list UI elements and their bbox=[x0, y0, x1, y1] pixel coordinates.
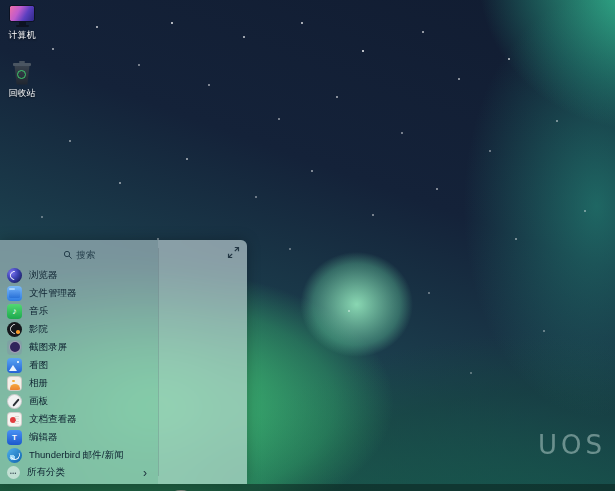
document-viewer-icon bbox=[7, 412, 22, 427]
app-label: 影院 bbox=[29, 323, 48, 336]
launcher-divider bbox=[158, 248, 159, 476]
album-icon bbox=[7, 376, 22, 391]
app-label: 截图录屏 bbox=[29, 341, 67, 354]
search-placeholder: 搜索 bbox=[77, 249, 96, 262]
app-item-editor[interactable]: T 编辑器 bbox=[0, 428, 158, 446]
taskbar[interactable] bbox=[0, 484, 615, 491]
app-label: 相册 bbox=[29, 377, 48, 390]
app-list: 浏览器 文件管理器 ♪ 音乐 影院 截图录屏 看图 bbox=[0, 266, 158, 464]
desktop-icon-label: 回收站 bbox=[0, 87, 44, 100]
app-label: 文档查看器 bbox=[29, 413, 77, 426]
computer-icon bbox=[0, 5, 44, 27]
ellipsis-icon: ••• bbox=[7, 466, 20, 479]
app-item-album[interactable]: 相册 bbox=[0, 374, 158, 392]
desktop-icon-label: 计算机 bbox=[0, 29, 44, 42]
draw-icon bbox=[7, 394, 22, 409]
app-item-draw[interactable]: 画板 bbox=[0, 392, 158, 410]
recycle-bin-icon bbox=[12, 61, 32, 85]
app-label: 画板 bbox=[29, 395, 48, 408]
app-item-thunderbird[interactable]: Thunderbird 邮件/新闻 bbox=[0, 446, 158, 464]
thunderbird-icon bbox=[7, 448, 22, 463]
all-categories-label: 所有分类 bbox=[27, 466, 65, 479]
desktop-icon-computer[interactable]: 计算机 bbox=[0, 5, 44, 42]
app-item-document-viewer[interactable]: 文档查看器 bbox=[0, 410, 158, 428]
app-item-browser[interactable]: 浏览器 bbox=[0, 266, 158, 284]
app-item-image-viewer[interactable]: 看图 bbox=[0, 356, 158, 374]
desktop: UOS 计算机 回收站 搜索 bbox=[0, 0, 615, 491]
file-manager-icon bbox=[7, 286, 22, 301]
app-label: 浏览器 bbox=[29, 269, 58, 282]
screenshot-icon bbox=[7, 340, 22, 355]
app-label: 看图 bbox=[29, 359, 48, 372]
app-item-movie[interactable]: 影院 bbox=[0, 320, 158, 338]
app-label: 音乐 bbox=[29, 305, 48, 318]
app-label: 编辑器 bbox=[29, 431, 58, 444]
chevron-right-icon: › bbox=[143, 468, 158, 478]
music-icon: ♪ bbox=[7, 304, 22, 319]
app-label: 文件管理器 bbox=[29, 287, 77, 300]
movie-icon bbox=[7, 322, 22, 337]
launcher-right-column-bg bbox=[158, 240, 247, 484]
image-viewer-icon bbox=[7, 358, 22, 373]
app-item-file-manager[interactable]: 文件管理器 bbox=[0, 284, 158, 302]
app-label: Thunderbird 邮件/新闻 bbox=[29, 449, 124, 462]
search-icon bbox=[63, 250, 73, 260]
editor-icon: T bbox=[7, 430, 22, 445]
stars-decoration bbox=[0, 0, 2, 2]
expand-icon bbox=[227, 246, 240, 259]
search-input[interactable]: 搜索 bbox=[0, 246, 158, 264]
all-categories-button[interactable]: ••• 所有分类 › bbox=[0, 464, 158, 481]
browser-icon bbox=[7, 268, 22, 283]
app-item-screenshot[interactable]: 截图录屏 bbox=[0, 338, 158, 356]
desktop-icon-recycle-bin[interactable]: 回收站 bbox=[0, 61, 44, 100]
fullscreen-toggle-button[interactable] bbox=[227, 245, 240, 258]
uos-watermark: UOS bbox=[538, 430, 606, 460]
app-item-music[interactable]: ♪ 音乐 bbox=[0, 302, 158, 320]
launcher-panel: 搜索 浏览器 文件管理器 ♪ 音乐 影院 bbox=[0, 240, 247, 484]
